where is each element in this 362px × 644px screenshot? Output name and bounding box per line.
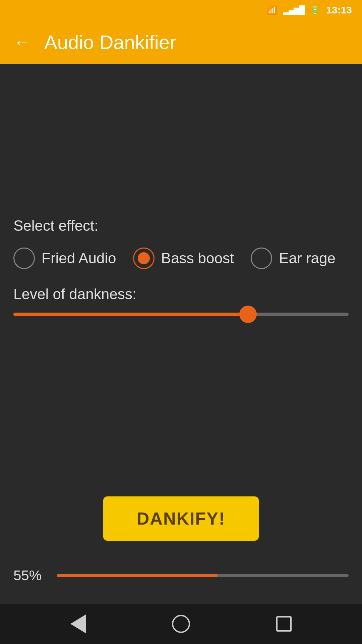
app-title: Audio Dankifier: [44, 31, 176, 53]
home-nav-button[interactable]: [169, 612, 193, 636]
back-nav-button[interactable]: [66, 612, 90, 636]
radio-fried-audio[interactable]: Fried Audio: [13, 248, 116, 269]
radio-inner-bass-boost: [138, 252, 150, 264]
dankness-section: Level of dankness:: [13, 286, 349, 316]
progress-track: [57, 574, 349, 577]
slider-fill: [13, 313, 248, 316]
app-bar: ← Audio Dankifier: [0, 20, 362, 64]
back-button[interactable]: ←: [13, 33, 31, 51]
radio-circle-fried-audio: [13, 248, 35, 269]
wifi-icon: 📶: [266, 5, 277, 15]
recents-nav-button[interactable]: [272, 612, 296, 636]
signal-icon: ▂▄▆█: [283, 5, 304, 15]
select-effect-label: Select effect:: [13, 217, 349, 234]
radio-label-ear-rage: Ear rage: [279, 250, 336, 267]
dankify-button[interactable]: DANKIFY!: [103, 496, 259, 541]
recents-square-icon: [276, 616, 292, 632]
radio-ear-rage[interactable]: Ear rage: [251, 248, 336, 269]
battery-icon: 🔋: [310, 5, 320, 15]
slider-thumb[interactable]: [239, 306, 257, 323]
main-content: Select effect: Fried Audio Bass boost: [0, 64, 362, 604]
radio-label-fried-audio: Fried Audio: [42, 250, 116, 267]
progress-section: 55%: [13, 568, 349, 584]
dankness-label: Level of dankness:: [13, 286, 349, 303]
progress-percent: 55%: [13, 568, 47, 584]
dankify-button-container: DANKIFY!: [13, 496, 349, 541]
radio-group: Fried Audio Bass boost Ear rage: [13, 248, 349, 269]
radio-circle-ear-rage: [251, 248, 272, 269]
radio-label-bass-boost: Bass boost: [161, 250, 234, 267]
select-effect-section: Select effect: Fried Audio Bass boost: [13, 217, 349, 269]
radio-bass-boost[interactable]: Bass boost: [133, 248, 234, 269]
status-time: 13:13: [326, 4, 352, 16]
spacer-top: [13, 64, 349, 217]
home-circle-icon: [172, 615, 190, 633]
back-triangle-icon: [70, 614, 86, 633]
status-bar: 📶 ▂▄▆█ 🔋 13:13: [0, 0, 362, 20]
radio-circle-bass-boost: [133, 248, 155, 269]
progress-fill: [57, 574, 218, 577]
nav-bar: [0, 604, 362, 644]
dankness-slider[interactable]: [13, 313, 349, 316]
spacer-middle: [13, 343, 349, 496]
